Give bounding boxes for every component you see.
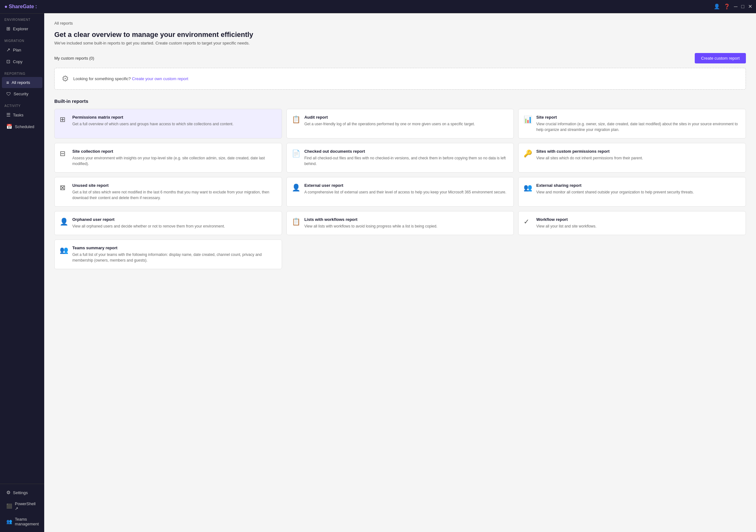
sidebar-label-plan: Plan <box>13 48 21 52</box>
report-title-external-user: External user report <box>305 183 506 188</box>
page-title: Get a clear overview to manage your envi… <box>54 31 746 39</box>
sidebar-label-explorer: Explorer <box>13 27 28 31</box>
report-body-external-sharing: External sharing reportView and monitor … <box>536 183 694 195</box>
logo-icon: ● <box>4 4 8 10</box>
report-desc-lists-workflows: View all lists with workflows to avoid l… <box>305 223 437 229</box>
minimize-btn[interactable]: ─ <box>734 4 737 10</box>
topbar: 👤 ❓ ─ □ ✕ <box>44 0 756 13</box>
report-card-unused-site[interactable]: ⊠Unused site reportGet a list of sites w… <box>54 177 282 207</box>
report-desc-teams-summary: Get a full list of your teams with the f… <box>72 252 277 263</box>
report-body-site-collection: Site collection reportAssess your enviro… <box>72 149 277 166</box>
report-body-audit: Audit reportGet a user-friendly log of a… <box>305 115 475 127</box>
sidebar-item-all-reports[interactable]: ≡ All reports <box>2 77 42 88</box>
report-title-teams-summary: Teams summary report <box>72 245 277 250</box>
report-card-teams-summary[interactable]: 👥Teams summary reportGet a full list of … <box>54 240 282 269</box>
report-body-orphaned-user: Orphaned user reportView all orphaned us… <box>72 217 225 229</box>
report-title-audit: Audit report <box>305 115 475 119</box>
account-icon[interactable]: 👤 <box>714 4 720 10</box>
report-card-audit[interactable]: 📋Audit reportGet a user-friendly log of … <box>286 109 514 139</box>
sidebar-label-teams-management: Teams management <box>15 517 39 526</box>
section-label-reporting: REPORTING <box>0 67 44 77</box>
report-body-external-user: External user reportA comprehensive list… <box>305 183 506 195</box>
report-body-unused-site: Unused site reportGet a list of sites wh… <box>72 183 277 201</box>
report-icon-site-collection: ⊟ <box>60 150 68 158</box>
sidebar-section-migration: MIGRATION ↗ Plan ⊡ Copy <box>0 35 44 67</box>
sidebar-label-security: Security <box>14 91 28 96</box>
sidebar-item-powershell[interactable]: ⬛ PowerShell ↗ <box>2 498 42 514</box>
report-title-permissions-matrix: Permissions matrix report <box>72 115 233 119</box>
settings-gear-icon: ⚙ <box>62 74 69 84</box>
sidebar-bottom: ⚙ Settings ⬛ PowerShell ↗ 👥 Teams manage… <box>0 484 44 532</box>
report-card-checked-out-docs[interactable]: 📄Checked out documents reportFind all ch… <box>286 143 514 173</box>
sidebar-item-settings[interactable]: ⚙ Settings <box>2 487 42 498</box>
report-card-permissions-matrix[interactable]: ⊞Permissions matrix reportGet a full ove… <box>54 109 282 139</box>
report-desc-external-user: A comprehensive list of external users a… <box>305 189 506 195</box>
sidebar-item-copy[interactable]: ⊡ Copy <box>2 56 42 67</box>
tasks-icon: ☰ <box>6 112 11 118</box>
sidebar-item-security[interactable]: 🛡 Security <box>2 89 42 99</box>
report-icon-audit: 📋 <box>292 115 301 124</box>
report-icon-lists-workflows: 📋 <box>292 218 301 226</box>
report-card-orphaned-user[interactable]: 👤Orphaned user reportView all orphaned u… <box>54 211 282 235</box>
report-body-permissions-matrix: Permissions matrix reportGet a full over… <box>72 115 233 127</box>
report-card-external-user[interactable]: 👤External user reportA comprehensive lis… <box>286 177 514 207</box>
report-desc-external-sharing: View and monitor all content shared outs… <box>536 189 694 195</box>
report-icon-custom-permissions: 🔑 <box>524 150 532 158</box>
custom-reports-label: My custom reports (0) <box>54 56 94 61</box>
report-card-site-collection[interactable]: ⊟Site collection reportAssess your envir… <box>54 143 282 173</box>
report-card-custom-permissions[interactable]: 🔑Sites with custom permissions reportVie… <box>518 143 746 173</box>
sidebar-item-tasks[interactable]: ☰ Tasks <box>2 109 42 120</box>
content-area: All reports Get a clear overview to mana… <box>44 13 756 532</box>
plan-icon: ↗ <box>6 47 11 53</box>
report-body-teams-summary: Teams summary reportGet a full list of y… <box>72 245 277 263</box>
report-card-workflow[interactable]: ✓Workflow reportView all your list and s… <box>518 211 746 235</box>
report-title-workflow: Workflow report <box>536 217 597 222</box>
sidebar-section-reporting: REPORTING ≡ All reports 🛡 Security <box>0 67 44 100</box>
built-in-reports-title: Built-in reports <box>54 98 746 104</box>
main-area: 👤 ❓ ─ □ ✕ All reports Get a clear overvi… <box>44 0 756 532</box>
report-card-external-sharing[interactable]: 👥External sharing reportView and monitor… <box>518 177 746 207</box>
report-icon-orphaned-user: 👤 <box>60 218 68 226</box>
report-title-unused-site: Unused site report <box>72 183 277 188</box>
sidebar-item-explorer[interactable]: ⊞ Explorer <box>2 23 42 35</box>
app-name: ShareGate <box>9 4 34 10</box>
section-label-environment: ENVIRONMENT <box>0 13 44 23</box>
sidebar: ● ShareGate: ENVIRONMENT ⊞ Explorer MIGR… <box>0 0 44 532</box>
sidebar-item-plan[interactable]: ↗ Plan <box>2 44 42 56</box>
help-icon[interactable]: ❓ <box>724 4 730 10</box>
calendar-icon: 📅 <box>6 124 12 129</box>
report-title-checked-out-docs: Checked out documents report <box>305 149 509 154</box>
report-body-checked-out-docs: Checked out documents reportFind all che… <box>305 149 509 166</box>
report-icon-site: 📊 <box>524 115 532 124</box>
report-card-lists-workflows[interactable]: 📋Lists with workflows reportView all lis… <box>286 211 514 235</box>
dashed-prompt-text: Looking for something specific? Create y… <box>73 76 188 81</box>
report-body-site: Site reportView crucial information (e.g… <box>536 115 741 133</box>
page-subtitle: We've included some built-in reports to … <box>54 41 746 45</box>
teams-icon: 👥 <box>6 519 12 524</box>
powershell-icon: ⬛ <box>6 503 12 509</box>
sidebar-label-tasks: Tasks <box>13 113 23 117</box>
report-desc-workflow: View all your list and site workflows. <box>536 223 597 229</box>
create-custom-report-button[interactable]: Create custom report <box>695 53 746 63</box>
report-icon-checked-out-docs: 📄 <box>292 150 301 158</box>
report-body-workflow: Workflow reportView all your list and si… <box>536 217 597 229</box>
sidebar-section-activity: ACTIVITY ☰ Tasks 📅 Scheduled <box>0 100 44 133</box>
sidebar-item-scheduled[interactable]: 📅 Scheduled <box>2 121 42 132</box>
report-icon-permissions-matrix: ⊞ <box>60 115 68 124</box>
close-btn[interactable]: ✕ <box>748 4 752 10</box>
sidebar-item-teams-management[interactable]: 👥 Teams management <box>2 514 42 529</box>
report-title-orphaned-user: Orphaned user report <box>72 217 225 222</box>
maximize-btn[interactable]: □ <box>741 4 744 10</box>
report-title-site-collection: Site collection report <box>72 149 277 154</box>
report-icon-teams-summary: 👥 <box>60 246 68 254</box>
create-custom-report-link[interactable]: Create your own custom report <box>132 76 188 81</box>
report-desc-site-collection: Assess your environment with insights on… <box>72 155 277 166</box>
report-desc-custom-permissions: View all sites which do not inherit perm… <box>536 155 643 161</box>
report-desc-orphaned-user: View all orphaned users and decide wheth… <box>72 223 225 229</box>
sidebar-label-scheduled: Scheduled <box>15 124 34 129</box>
shield-icon: 🛡 <box>6 91 11 96</box>
report-icon-workflow: ✓ <box>524 218 532 226</box>
report-body-lists-workflows: Lists with workflows reportView all list… <box>305 217 437 229</box>
report-card-site[interactable]: 📊Site reportView crucial information (e.… <box>518 109 746 139</box>
report-icon-unused-site: ⊠ <box>60 184 68 192</box>
